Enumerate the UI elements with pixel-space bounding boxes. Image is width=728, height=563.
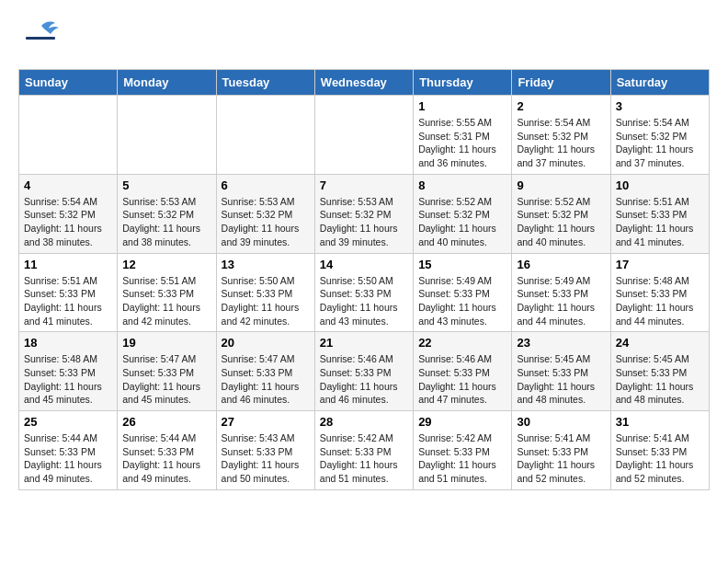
day-number: 5 bbox=[122, 178, 210, 192]
sunset-label: Sunset: 5:33 PM bbox=[517, 446, 588, 457]
sunset-label: Sunset: 5:33 PM bbox=[222, 367, 293, 378]
calendar-cell bbox=[118, 96, 216, 175]
day-number: 11 bbox=[24, 258, 112, 271]
day-info: Sunrise: 5:54 AM Sunset: 5:32 PM Dayligh… bbox=[24, 195, 112, 249]
day-info: Sunrise: 5:54 AM Sunset: 5:32 PM Dayligh… bbox=[517, 116, 605, 170]
calendar-cell: 7 Sunrise: 5:53 AM Sunset: 5:32 PM Dayli… bbox=[314, 174, 413, 253]
day-info: Sunrise: 5:52 AM Sunset: 5:32 PM Dayligh… bbox=[418, 195, 506, 249]
day-number: 30 bbox=[517, 415, 605, 429]
sunrise-label: Sunrise: 5:41 AM bbox=[616, 432, 689, 443]
sunrise-label: Sunrise: 5:54 AM bbox=[616, 117, 689, 128]
sunset-label: Sunset: 5:33 PM bbox=[222, 288, 293, 299]
sunrise-label: Sunrise: 5:46 AM bbox=[320, 353, 393, 364]
day-number: 24 bbox=[616, 336, 704, 350]
calendar-cell: 19 Sunrise: 5:47 AM Sunset: 5:33 PM Dayl… bbox=[118, 332, 216, 411]
day-number: 29 bbox=[418, 415, 506, 429]
daylight-label: Daylight: 11 hours and 44 minutes. bbox=[616, 302, 694, 327]
weekday-header-friday: Friday bbox=[512, 70, 610, 96]
calendar-cell: 8 Sunrise: 5:52 AM Sunset: 5:32 PM Dayli… bbox=[414, 174, 512, 253]
sunset-label: Sunset: 5:33 PM bbox=[517, 367, 588, 378]
sunrise-label: Sunrise: 5:42 AM bbox=[320, 432, 393, 443]
daylight-label: Daylight: 11 hours and 49 minutes. bbox=[122, 459, 200, 484]
sunset-label: Sunset: 5:33 PM bbox=[616, 209, 688, 220]
calendar-cell: 9 Sunrise: 5:52 AM Sunset: 5:32 PM Dayli… bbox=[512, 174, 610, 253]
sunset-label: Sunset: 5:33 PM bbox=[616, 446, 688, 457]
sunset-label: Sunset: 5:32 PM bbox=[517, 209, 588, 220]
day-info: Sunrise: 5:45 AM Sunset: 5:33 PM Dayligh… bbox=[517, 352, 605, 407]
weekday-header-monday: Monday bbox=[118, 70, 216, 96]
sunrise-label: Sunrise: 5:42 AM bbox=[418, 432, 492, 443]
calendar-cell: 24 Sunrise: 5:45 AM Sunset: 5:33 PM Dayl… bbox=[610, 332, 709, 411]
svg-rect-0 bbox=[26, 37, 55, 40]
day-info: Sunrise: 5:53 AM Sunset: 5:32 PM Dayligh… bbox=[320, 195, 408, 249]
calendar-table: SundayMondayTuesdayWednesdayThursdayFrid… bbox=[18, 69, 710, 490]
calendar-cell: 6 Sunrise: 5:53 AM Sunset: 5:32 PM Dayli… bbox=[216, 174, 314, 253]
sunset-label: Sunset: 5:33 PM bbox=[320, 446, 392, 457]
calendar-week-row: 18 Sunrise: 5:48 AM Sunset: 5:33 PM Dayl… bbox=[19, 332, 710, 411]
sunset-label: Sunset: 5:33 PM bbox=[222, 446, 293, 457]
sunrise-label: Sunrise: 5:41 AM bbox=[517, 432, 590, 443]
day-number: 20 bbox=[222, 336, 310, 350]
day-info: Sunrise: 5:48 AM Sunset: 5:33 PM Dayligh… bbox=[24, 352, 112, 407]
sunrise-label: Sunrise: 5:53 AM bbox=[320, 196, 393, 207]
day-number: 13 bbox=[222, 258, 310, 271]
daylight-label: Daylight: 11 hours and 51 minutes. bbox=[320, 459, 398, 484]
daylight-label: Daylight: 11 hours and 51 minutes. bbox=[418, 459, 496, 484]
sunrise-label: Sunrise: 5:50 AM bbox=[320, 275, 393, 286]
day-number: 27 bbox=[222, 415, 310, 429]
day-info: Sunrise: 5:49 AM Sunset: 5:33 PM Dayligh… bbox=[517, 274, 605, 328]
weekday-header-thursday: Thursday bbox=[414, 70, 512, 96]
calendar-week-row: 11 Sunrise: 5:51 AM Sunset: 5:33 PM Dayl… bbox=[19, 253, 710, 332]
daylight-label: Daylight: 11 hours and 52 minutes. bbox=[517, 459, 595, 484]
daylight-label: Daylight: 11 hours and 37 minutes. bbox=[616, 144, 694, 168]
calendar-cell: 30 Sunrise: 5:41 AM Sunset: 5:33 PM Dayl… bbox=[512, 411, 610, 490]
daylight-label: Daylight: 11 hours and 37 minutes. bbox=[517, 144, 595, 168]
calendar-cell: 26 Sunrise: 5:44 AM Sunset: 5:33 PM Dayl… bbox=[118, 411, 216, 490]
sunrise-label: Sunrise: 5:53 AM bbox=[222, 196, 295, 207]
day-number: 25 bbox=[24, 415, 112, 429]
day-number: 4 bbox=[24, 178, 112, 192]
daylight-label: Daylight: 11 hours and 40 minutes. bbox=[517, 223, 595, 247]
calendar-cell: 18 Sunrise: 5:48 AM Sunset: 5:33 PM Dayl… bbox=[19, 332, 118, 411]
calendar-cell: 29 Sunrise: 5:42 AM Sunset: 5:33 PM Dayl… bbox=[414, 411, 512, 490]
sunset-label: Sunset: 5:32 PM bbox=[616, 131, 688, 142]
daylight-label: Daylight: 11 hours and 41 minutes. bbox=[24, 302, 102, 327]
calendar-cell: 3 Sunrise: 5:54 AM Sunset: 5:32 PM Dayli… bbox=[610, 96, 709, 175]
day-number: 2 bbox=[517, 99, 605, 113]
sunrise-label: Sunrise: 5:50 AM bbox=[222, 275, 295, 286]
daylight-label: Daylight: 11 hours and 48 minutes. bbox=[517, 381, 595, 406]
sunrise-label: Sunrise: 5:55 AM bbox=[418, 117, 492, 128]
sunrise-label: Sunrise: 5:47 AM bbox=[122, 353, 196, 364]
calendar-cell: 31 Sunrise: 5:41 AM Sunset: 5:33 PM Dayl… bbox=[610, 411, 709, 490]
weekday-header-tuesday: Tuesday bbox=[216, 70, 314, 96]
calendar-cell: 15 Sunrise: 5:49 AM Sunset: 5:33 PM Dayl… bbox=[414, 253, 512, 332]
sunrise-label: Sunrise: 5:53 AM bbox=[122, 196, 196, 207]
sunrise-label: Sunrise: 5:49 AM bbox=[517, 275, 590, 286]
sunrise-label: Sunrise: 5:54 AM bbox=[24, 196, 97, 207]
calendar-cell: 13 Sunrise: 5:50 AM Sunset: 5:33 PM Dayl… bbox=[216, 253, 314, 332]
sunrise-label: Sunrise: 5:44 AM bbox=[122, 432, 196, 443]
daylight-label: Daylight: 11 hours and 46 minutes. bbox=[222, 381, 300, 406]
calendar-cell: 22 Sunrise: 5:46 AM Sunset: 5:33 PM Dayl… bbox=[414, 332, 512, 411]
calendar-cell: 11 Sunrise: 5:51 AM Sunset: 5:33 PM Dayl… bbox=[19, 253, 118, 332]
sunset-label: Sunset: 5:33 PM bbox=[320, 367, 392, 378]
day-number: 18 bbox=[24, 336, 112, 350]
sunrise-label: Sunrise: 5:54 AM bbox=[517, 117, 590, 128]
day-info: Sunrise: 5:50 AM Sunset: 5:33 PM Dayligh… bbox=[320, 274, 408, 328]
day-info: Sunrise: 5:43 AM Sunset: 5:33 PM Dayligh… bbox=[222, 431, 310, 486]
sunset-label: Sunset: 5:33 PM bbox=[418, 367, 490, 378]
calendar-cell: 2 Sunrise: 5:54 AM Sunset: 5:32 PM Dayli… bbox=[512, 96, 610, 175]
day-info: Sunrise: 5:53 AM Sunset: 5:32 PM Dayligh… bbox=[222, 195, 310, 249]
daylight-label: Daylight: 11 hours and 38 minutes. bbox=[122, 223, 200, 247]
daylight-label: Daylight: 11 hours and 40 minutes. bbox=[418, 223, 496, 247]
day-number: 10 bbox=[616, 178, 704, 192]
sunrise-label: Sunrise: 5:46 AM bbox=[418, 353, 492, 364]
daylight-label: Daylight: 11 hours and 41 minutes. bbox=[616, 223, 694, 247]
daylight-label: Daylight: 11 hours and 43 minutes. bbox=[418, 302, 496, 327]
day-number: 28 bbox=[320, 415, 408, 429]
calendar-week-row: 1 Sunrise: 5:55 AM Sunset: 5:31 PM Dayli… bbox=[19, 96, 710, 175]
logo-icon bbox=[18, 18, 64, 60]
sunset-label: Sunset: 5:33 PM bbox=[418, 288, 490, 299]
day-info: Sunrise: 5:44 AM Sunset: 5:33 PM Dayligh… bbox=[24, 431, 112, 486]
sunrise-label: Sunrise: 5:45 AM bbox=[616, 353, 689, 364]
